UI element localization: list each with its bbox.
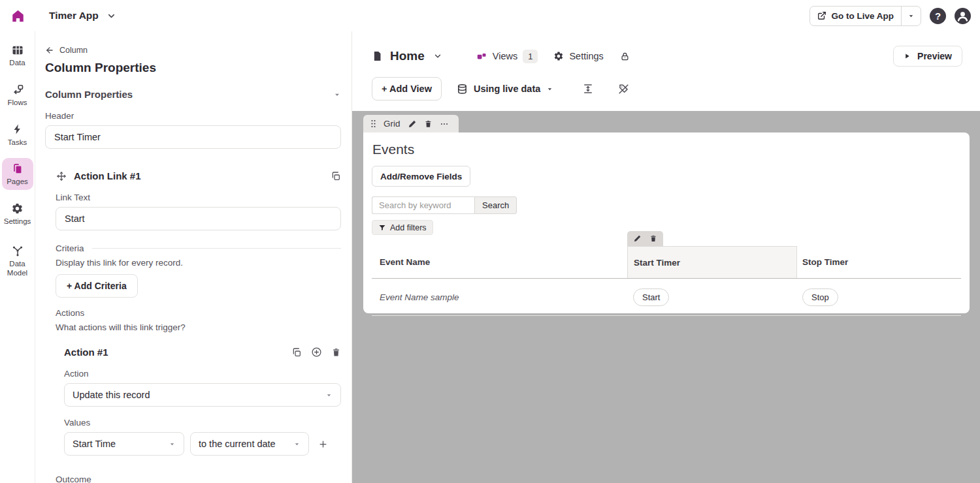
play-icon bbox=[904, 52, 911, 60]
header-input-value: Start Timer bbox=[54, 132, 101, 142]
edit-view-pencil-icon[interactable] bbox=[408, 119, 417, 129]
table-header-row: Event Name Start Timer Stop Timer bbox=[372, 246, 961, 279]
column-header-stop-timer[interactable]: Stop Timer bbox=[797, 246, 961, 278]
tab-settings[interactable]: Settings bbox=[553, 51, 603, 61]
go-to-live-app-dropdown[interactable] bbox=[901, 7, 921, 25]
column-toolbar bbox=[627, 231, 663, 246]
live-data-dropdown[interactable]: Using live data bbox=[457, 84, 553, 95]
column-header-start-timer[interactable]: Start Timer bbox=[627, 246, 797, 278]
criteria-divider bbox=[92, 248, 341, 249]
column-properties-section-header[interactable]: Column Properties bbox=[45, 89, 341, 100]
delete-action-trash-icon[interactable] bbox=[331, 347, 341, 358]
action-block-header: Action #1 bbox=[64, 347, 341, 358]
select-caret-icon bbox=[325, 392, 333, 399]
criteria-label: Criteria bbox=[56, 243, 84, 253]
row-height-icon[interactable] bbox=[582, 83, 594, 95]
go-to-live-app-label: Go to Live App bbox=[832, 11, 894, 21]
grid-view-tab[interactable]: Grid bbox=[363, 115, 459, 132]
home-icon[interactable] bbox=[10, 8, 25, 23]
sidebar-item-data-model[interactable]: Data Model bbox=[2, 240, 33, 281]
duplicate-action-icon[interactable] bbox=[291, 347, 302, 358]
link-text-value: Start bbox=[65, 213, 85, 224]
back-to-column-link[interactable]: Column bbox=[45, 46, 341, 55]
duplicate-icon[interactable] bbox=[331, 171, 341, 181]
app-switcher-chevron-down-icon[interactable] bbox=[106, 11, 116, 21]
help-icon[interactable]: ? bbox=[930, 8, 946, 24]
flows-icon bbox=[11, 83, 24, 97]
view-header-row-2: + Add View Using live data bbox=[372, 77, 962, 101]
sidebar-item-label: Tasks bbox=[8, 138, 27, 148]
action-block: Action #1 Action Update this rec bbox=[64, 347, 341, 456]
add-value-plus-icon[interactable] bbox=[318, 439, 328, 449]
search-input[interactable] bbox=[372, 196, 474, 214]
lock-icon[interactable] bbox=[620, 51, 630, 62]
help-glyph: ? bbox=[935, 10, 941, 22]
link-text-input[interactable]: Start bbox=[56, 207, 341, 230]
external-link-icon bbox=[817, 11, 826, 20]
properties-panel: Column Column Properties Column Properti… bbox=[35, 31, 352, 483]
link-text-label: Link Text bbox=[56, 193, 341, 202]
action-block-title: Action #1 bbox=[64, 347, 282, 358]
panel-title: Column Properties bbox=[45, 61, 341, 75]
drag-handle-icon[interactable] bbox=[370, 119, 376, 128]
more-options-ellipsis-icon[interactable] bbox=[440, 119, 449, 129]
top-bar: Timer App Go to Live App ? bbox=[0, 0, 980, 31]
search-button[interactable]: Search bbox=[474, 196, 517, 214]
tab-views[interactable]: Views 1 bbox=[476, 50, 538, 63]
add-view-button[interactable]: + Add View bbox=[372, 77, 442, 101]
criteria-help-text: Display this link for every record. bbox=[56, 258, 341, 268]
sidebar-item-flows[interactable]: Flows bbox=[2, 79, 33, 111]
main-area: Home Views 1 bbox=[352, 31, 980, 483]
header-input[interactable]: Start Timer bbox=[45, 125, 341, 149]
sidebar-item-settings[interactable]: Settings bbox=[2, 198, 33, 230]
column-header-event-name[interactable]: Event Name bbox=[372, 246, 627, 278]
edit-column-pencil-icon[interactable] bbox=[633, 234, 642, 243]
stop-action-button[interactable]: Stop bbox=[802, 288, 838, 306]
grid-title: Events bbox=[372, 142, 961, 157]
add-remove-fields-button[interactable]: Add/Remove Fields bbox=[372, 166, 470, 187]
search-row: Search bbox=[372, 196, 961, 214]
delete-column-trash-icon[interactable] bbox=[649, 234, 657, 243]
go-to-live-app-main[interactable]: Go to Live App bbox=[810, 7, 902, 25]
page-selector[interactable]: Home bbox=[372, 49, 442, 63]
value-field-select[interactable]: Start Time bbox=[64, 432, 184, 456]
action-select[interactable]: Update this record bbox=[64, 383, 341, 407]
add-criteria-button[interactable]: + Add Criteria bbox=[56, 274, 138, 298]
values-row: Start Time to the current date bbox=[64, 432, 341, 456]
sidebar-item-label: Flows bbox=[7, 99, 27, 108]
delete-view-trash-icon[interactable] bbox=[424, 119, 433, 129]
actions-label: Actions bbox=[56, 308, 341, 318]
tag-slash-icon[interactable] bbox=[617, 83, 630, 95]
views-icon bbox=[476, 51, 487, 62]
sidebar-item-pages[interactable]: Pages bbox=[2, 158, 33, 190]
pages-icon bbox=[11, 162, 24, 176]
page-title: Home bbox=[390, 49, 425, 63]
start-timer-cell: Start bbox=[627, 288, 797, 306]
drag-move-icon[interactable] bbox=[56, 171, 67, 181]
account-icon[interactable] bbox=[955, 8, 971, 24]
event-name-cell: Event Name sample bbox=[372, 292, 627, 302]
go-to-live-app-button: Go to Live App bbox=[809, 6, 922, 26]
back-link-label: Column bbox=[59, 46, 88, 55]
lightning-icon bbox=[12, 123, 24, 136]
action-select-value: Update this record bbox=[73, 390, 150, 400]
value-field-value: Start Time bbox=[73, 439, 116, 449]
sidebar-item-label: Pages bbox=[7, 178, 28, 187]
preview-button[interactable]: Preview bbox=[893, 46, 962, 67]
grid-table: Event Name Start Timer Stop Timer Event … bbox=[372, 246, 961, 316]
app-title: Timer App bbox=[49, 10, 99, 22]
select-caret-icon bbox=[293, 441, 301, 448]
section-title: Column Properties bbox=[45, 89, 133, 100]
sidebar-item-label: Data bbox=[9, 59, 25, 68]
add-filters-button[interactable]: Add filters bbox=[372, 220, 433, 235]
sidebar-item-tasks[interactable]: Tasks bbox=[2, 119, 33, 151]
sidebar-item-data[interactable]: Data bbox=[2, 39, 33, 71]
views-label: Views bbox=[493, 51, 517, 61]
gear-icon bbox=[11, 202, 24, 215]
stop-timer-cell: Stop bbox=[797, 288, 961, 306]
page-file-icon bbox=[372, 50, 383, 63]
value-modifier-select[interactable]: to the current date bbox=[190, 432, 309, 456]
view-header-row-1: Home Views 1 bbox=[372, 46, 962, 67]
start-action-button[interactable]: Start bbox=[633, 288, 669, 306]
add-action-plus-circle-icon[interactable] bbox=[311, 347, 322, 358]
